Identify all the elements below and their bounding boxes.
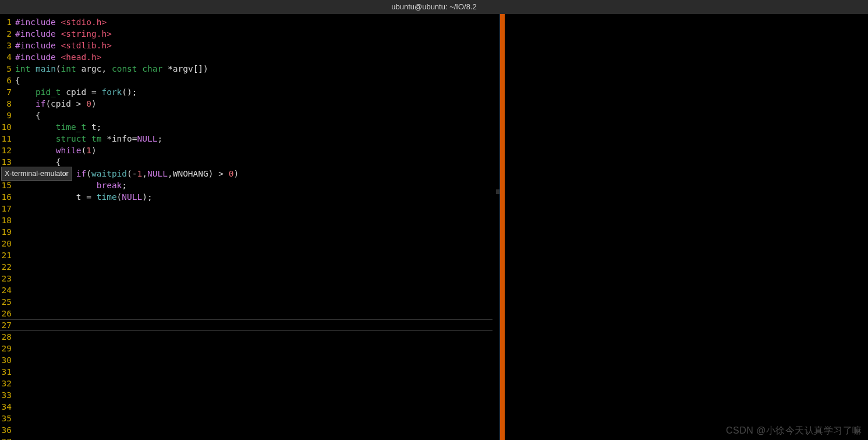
line-number: 35 (0, 413, 12, 424)
line-number: 2 (0, 28, 12, 40)
line-number: 17 (0, 203, 12, 214)
code-line[interactable]: t = time(NULL); (15, 191, 499, 203)
line-number: 13 (0, 156, 12, 168)
code-line[interactable]: { (15, 110, 499, 121)
code-line[interactable]: #include <stdio.h> (15, 16, 499, 28)
code-line[interactable]: { (15, 156, 499, 168)
code-line[interactable]: struct tm *info=NULL; (15, 133, 499, 145)
editor-pane[interactable]: 1234567891011121314151617181920212223242… (0, 14, 499, 440)
line-number: 3 (0, 40, 12, 51)
line-number: 18 (0, 214, 12, 226)
line-number: 16 (0, 191, 12, 203)
line-number: 22 (0, 261, 12, 273)
line-number: 8 (0, 98, 12, 110)
line-number: 21 (0, 249, 12, 261)
terminal-pane[interactable] (505, 14, 868, 440)
line-number: 15 (0, 179, 12, 191)
line-number: 9 (0, 110, 12, 121)
line-number: 24 (0, 284, 12, 296)
line-number: 23 (0, 273, 12, 284)
code-line[interactable]: pid_t cpid = fork(); (15, 86, 499, 98)
line-number: 37 (0, 436, 12, 440)
code-line[interactable]: time_t t; (15, 121, 499, 133)
line-number: 31 (0, 366, 12, 378)
code-line[interactable]: while(1) (15, 145, 499, 156)
line-number: 1 (0, 16, 12, 28)
line-number: 33 (0, 389, 12, 401)
current-line-highlight (0, 319, 493, 331)
line-number: 27 (0, 319, 12, 331)
line-number: 10 (0, 121, 12, 133)
line-number: 34 (0, 401, 12, 413)
line-number: 36 (0, 424, 12, 436)
line-number: 32 (0, 378, 12, 389)
code-line[interactable]: if(waitpid(-1,NULL,WNOHANG) > 0) (15, 168, 499, 179)
app-tooltip: X-terminal-emulator (1, 167, 72, 181)
code-line[interactable]: #include <string.h> (15, 28, 499, 40)
line-number: 4 (0, 51, 12, 63)
line-number: 20 (0, 238, 12, 249)
line-number: 11 (0, 133, 12, 145)
code-line[interactable]: break; (15, 179, 499, 191)
line-number: 6 (0, 75, 12, 86)
line-number: 25 (0, 296, 12, 308)
line-number: 7 (0, 86, 12, 98)
main-split: 1234567891011121314151617181920212223242… (0, 14, 868, 440)
code-line[interactable]: if(cpid > 0) (15, 98, 499, 110)
code-line[interactable]: #include <stdlib.h> (15, 40, 499, 51)
code-line[interactable]: int main(int argc, const char *argv[]) (15, 63, 499, 75)
code-line[interactable]: { (15, 75, 499, 86)
window-title: ubuntu@ubuntu: ~/IO/8.2 (0, 0, 868, 14)
line-number: 5 (0, 63, 12, 75)
line-number: 26 (0, 308, 12, 319)
line-number: 30 (0, 354, 12, 366)
code-line[interactable]: #include <head.h> (15, 51, 499, 63)
scroll-marker (496, 189, 499, 194)
line-number: 29 (0, 343, 12, 354)
line-number-gutter: 1234567891011121314151617181920212223242… (0, 16, 13, 440)
line-number: 12 (0, 145, 12, 156)
pane-divider[interactable] (500, 14, 505, 440)
code-area[interactable]: #include <stdio.h>#include <string.h>#in… (15, 16, 499, 203)
line-number: 19 (0, 226, 12, 238)
line-number: 28 (0, 331, 12, 343)
